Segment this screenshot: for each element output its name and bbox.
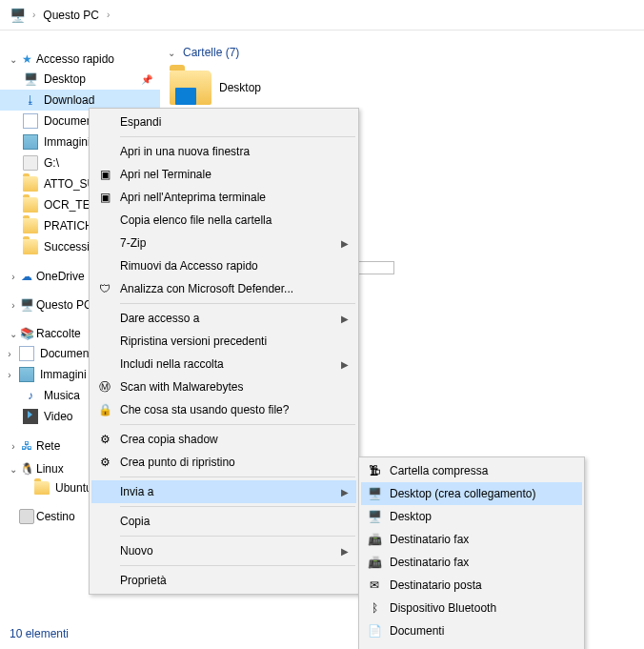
menu-item[interactable]: Dare accesso a▶ xyxy=(91,307,356,330)
zip-icon: 🗜 xyxy=(367,463,382,478)
submenu-item[interactable]: 🖥️Desktop xyxy=(361,505,582,528)
menu-item[interactable]: 7-Zip▶ xyxy=(91,232,356,254)
menu-item-label: Apri in una nuova finestra xyxy=(120,145,250,158)
mbytes-icon: Ⓜ xyxy=(97,379,112,395)
sidebar-label: Linux xyxy=(36,462,64,476)
submenu-item[interactable]: 📠Destinatario fax xyxy=(361,551,582,574)
cloud-icon: ☁ xyxy=(19,269,34,284)
desk-icon: 🖥️ xyxy=(367,509,382,524)
submenu-item-label: Destinatario fax xyxy=(390,533,469,546)
sidebar-item-label: G:\ xyxy=(44,156,59,170)
menu-item[interactable]: Copia xyxy=(91,510,356,533)
lock-icon: 🔒 xyxy=(97,402,112,417)
submenu-item[interactable]: ᛒDispositivo Bluetooth xyxy=(361,597,582,619)
submenu-item-label: Desktop xyxy=(390,510,432,523)
menu-item[interactable]: Espandi xyxy=(91,111,356,133)
menu-item[interactable]: 🔒Che cosa sta usando questo file? xyxy=(91,398,356,421)
chevron-right-icon: ▶ xyxy=(341,359,349,370)
sidebar-item-label: Immagini xyxy=(44,135,91,149)
address-bar: 🖥️ › Questo PC › xyxy=(0,0,644,30)
sidebar-item-label: Desktop xyxy=(44,72,86,86)
submenu-item[interactable]: 🖥️Desktop (crea collegamento) xyxy=(361,482,582,505)
image-icon xyxy=(23,134,38,150)
folder-icon xyxy=(23,197,38,213)
context-menu: EspandiApri in una nuova finestra▣Apri n… xyxy=(89,108,359,595)
menu-item-label: Scan with Malwarebytes xyxy=(120,380,243,394)
sidebar-item-label: Documenti xyxy=(40,347,94,360)
desk-icon: 🖥️ xyxy=(367,486,382,501)
menu-item[interactable]: Rimuovi da Accesso rapido xyxy=(91,254,356,277)
menu-item-label: Apri nell'Anteprima terminale xyxy=(120,191,266,204)
fax-icon: 📠 xyxy=(367,532,382,547)
fax-icon: 📠 xyxy=(367,555,382,570)
chevron-right-icon: ▶ xyxy=(341,487,349,497)
menu-item[interactable]: Nuovo▶ xyxy=(91,539,356,562)
chevron-down-icon: ⌄ xyxy=(168,48,175,58)
breadcrumb-this-pc[interactable]: Questo PC xyxy=(37,5,105,26)
menu-item[interactable]: Ripristina versioni precedenti xyxy=(91,330,356,353)
sidebar-label: Questo PC xyxy=(36,298,92,312)
folder-label: Desktop xyxy=(219,81,261,94)
menu-item[interactable]: Includi nella raccolta▶ xyxy=(91,353,356,375)
menu-item-label: Rimuovi da Accesso rapido xyxy=(120,259,258,273)
chevron-right-icon: ▶ xyxy=(341,546,349,557)
submenu-item-label: Destinatario posta xyxy=(390,578,482,592)
submenu-item[interactable]: 🗜Cartella compressa xyxy=(361,459,582,482)
folders-category[interactable]: ⌄ Cartelle (7) xyxy=(168,46,636,59)
submenu-item[interactable]: 📠Destinatario fax xyxy=(361,528,582,551)
sidebar-label: Accesso rapido xyxy=(36,52,114,66)
network-icon: 🖧 xyxy=(19,438,34,454)
library-icon: 📚 xyxy=(19,326,34,341)
sidebar-item-label: Musica xyxy=(44,389,80,402)
menu-item-label: Dare accesso a xyxy=(120,312,199,325)
folder-icon xyxy=(23,239,38,254)
menu-item[interactable]: Copia elenco file nella cartella xyxy=(91,209,356,232)
chevron-right-icon: ▶ xyxy=(341,238,349,249)
menu-item[interactable]: Apri in una nuova finestra xyxy=(91,140,356,163)
folder-icon xyxy=(170,71,211,105)
menu-item[interactable]: ⓂScan with Malwarebytes xyxy=(91,375,356,398)
menu-item-label: Invia a xyxy=(120,485,153,498)
submenu-item[interactable]: ✉Destinatario posta xyxy=(361,574,582,597)
submenu-item-label: Cartella compressa xyxy=(390,464,488,477)
terminal-icon: ▣ xyxy=(97,190,112,205)
this-pc-icon: 🖥️ xyxy=(8,6,27,25)
menu-item-label: 7-Zip xyxy=(120,236,146,250)
menu-item[interactable]: Proprietà xyxy=(91,569,356,592)
sidebar-label: Rete xyxy=(36,439,60,453)
menu-item-label: Analizza con Microsoft Defender... xyxy=(120,282,293,295)
menu-item[interactable]: Invia a▶ xyxy=(91,480,356,503)
download-icon: ⭳ xyxy=(23,92,38,108)
sidebar-quick-access[interactable]: ⌄★ Accesso rapido xyxy=(0,50,160,69)
sidebar-label: OneDrive xyxy=(36,270,85,283)
gear-icon: ⚙ xyxy=(97,455,112,470)
category-label: Cartelle (7) xyxy=(183,46,239,59)
menu-item-label: Espandi xyxy=(120,115,161,129)
chevron-right-icon[interactable]: › xyxy=(32,10,35,20)
shield-icon: 🛡 xyxy=(97,281,112,296)
menu-item-label: Crea punto di ripristino xyxy=(120,456,235,469)
sidebar-item-label: Video xyxy=(44,410,72,423)
menu-item-label: Copia xyxy=(120,515,150,528)
menu-item[interactable]: 🛡Analizza con Microsoft Defender... xyxy=(91,277,356,300)
folder-tile-desktop[interactable]: Desktop xyxy=(168,67,396,109)
menu-item[interactable]: ▣Apri nell'Anteprima terminale xyxy=(91,186,356,209)
status-count: 10 elementi xyxy=(10,627,69,640)
sidebar-label: Raccolte xyxy=(36,327,81,340)
sidebar-item-label: Download xyxy=(44,93,94,107)
chevron-right-icon[interactable]: › xyxy=(107,10,110,20)
menu-item[interactable]: ▣Apri nel Terminale xyxy=(91,163,356,186)
sidebar-item-label: Immagini xyxy=(40,368,87,381)
menu-item-label: Proprietà xyxy=(120,574,167,587)
folder-icon xyxy=(34,481,50,495)
terminal-icon: ▣ xyxy=(97,167,112,182)
menu-item[interactable]: ⚙Crea punto di ripristino xyxy=(91,451,356,474)
menu-item-label: Che cosa sta usando questo file? xyxy=(120,403,289,416)
bt-icon: ᛒ xyxy=(367,600,382,616)
sidebar-item-desktop[interactable]: 🖥️ Desktop 📌 xyxy=(0,69,160,90)
video-icon xyxy=(23,409,38,424)
chevron-right-icon: ▶ xyxy=(341,314,349,324)
menu-item-label: Nuovo xyxy=(120,544,153,558)
music-icon: ♪ xyxy=(23,388,38,403)
menu-item[interactable]: ⚙Crea copia shadow xyxy=(91,428,356,451)
